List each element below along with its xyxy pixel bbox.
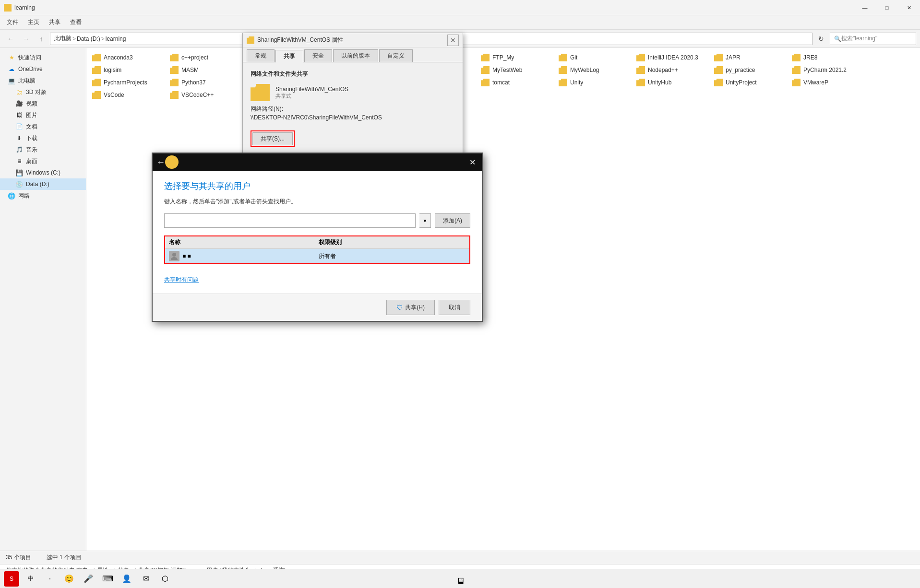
list-item[interactable]: PycharmProjects (90, 77, 167, 88)
sharing-dropdown-button[interactable]: ▼ (419, 213, 431, 228)
pc-icon: 💻 (8, 77, 15, 84)
list-item[interactable]: tomcat (479, 77, 556, 88)
cancel-button[interactable]: 取消 (439, 300, 470, 315)
sidebar-item-download[interactable]: ⬇ 下载 (0, 132, 86, 144)
list-item[interactable]: JAPR (712, 52, 789, 63)
titlebar: learning — □ ✕ (0, 0, 920, 15)
sharing-title: 选择要与其共享的用户 (164, 180, 470, 192)
sidebar-item-picture[interactable]: 🖼 图片 (0, 109, 86, 121)
sidebar-label-quickaccess: 快速访问 (18, 54, 41, 62)
share-folder-subtitle: 共享式 (275, 93, 348, 100)
minimize-button[interactable]: — (854, 0, 876, 15)
properties-dialog-titlebar: SharingFileWithVM_CentOS 属性 ✕ (243, 33, 463, 47)
sidebar-item-onedrive[interactable]: ☁ OneDrive (0, 63, 86, 75)
list-item[interactable]: PyCharm 2021.2 (790, 64, 867, 76)
list-item[interactable]: Nodepad++ (634, 64, 711, 76)
tab-custom[interactable]: 自定义 (379, 49, 413, 62)
taskbar-item-face[interactable]: 😊 (61, 571, 77, 587)
properties-close-button[interactable]: ✕ (447, 35, 459, 46)
tab-share[interactable]: 共享 (275, 50, 303, 62)
path-part-2: Data (D:) (77, 35, 100, 42)
taskbar-item-dot1[interactable]: · (42, 571, 58, 587)
taskbar-item-user[interactable]: 👤 (119, 571, 134, 587)
sharing-nav-icon (165, 155, 179, 169)
taskbar-item-mail[interactable]: ✉ (138, 571, 154, 587)
col-name-header: 名称 (165, 236, 315, 249)
share-folder-name: SharingFileWithVM_CentOS (275, 86, 348, 93)
sidebar-label-docs: 文档 (26, 123, 37, 131)
up-button[interactable]: ↑ (35, 32, 48, 46)
list-item[interactable]: py_practice (712, 64, 789, 76)
sidebar-item-quickaccess[interactable]: ★ 快速访问 (0, 52, 86, 63)
share-action-label: 共享(H) (405, 304, 425, 312)
list-item[interactable]: IntelliJ IDEA 2020.3 (634, 52, 711, 63)
properties-dialog-title: SharingFileWithVM_CentOS 属性 (257, 36, 447, 44)
sharing-dialog-body: 选择要与其共享的用户 键入名称，然后单击"添加",或者单击箭头查找用户。 ▼ 添… (153, 171, 482, 294)
sidebar-item-winc[interactable]: 💾 Windows (C:) (0, 167, 86, 178)
sidebar-item-desktop[interactable]: 🖥 桌面 (0, 155, 86, 167)
sidebar-label-download: 下载 (26, 134, 37, 142)
list-item[interactable]: logisim (90, 64, 167, 76)
sharing-back-button[interactable]: ← (156, 157, 165, 167)
table-row[interactable]: ■ ■ 所有者 (165, 249, 470, 264)
list-item[interactable]: UnityHub (634, 77, 711, 88)
share-action-button[interactable]: 🛡 共享(H) (386, 300, 435, 315)
share-s-button[interactable]: 共享(S)... (252, 132, 293, 145)
sidebar-label-thispc: 此电脑 (18, 77, 36, 85)
taskbar-item-chinese[interactable]: 中 (23, 571, 38, 587)
taskbar-item-sougou[interactable]: S (4, 571, 19, 587)
sidebar-item-network[interactable]: 🌐 网络 (0, 190, 86, 201)
tab-security[interactable]: 安全 (304, 49, 332, 62)
sidebar-label-network: 网络 (18, 192, 30, 200)
back-button[interactable]: ← (4, 32, 17, 46)
shield-icon: 🛡 (396, 304, 403, 311)
list-item[interactable]: MyWebLog (557, 64, 633, 76)
list-item[interactable]: JRE8 (790, 52, 867, 63)
taskbar-item-hex[interactable]: ⬡ (157, 571, 173, 587)
menu-file[interactable]: 文件 (2, 16, 23, 28)
list-item[interactable]: Anaconda3 (90, 52, 167, 63)
list-item[interactable]: FTP_My (479, 52, 556, 63)
forward-button[interactable]: → (19, 32, 33, 46)
sidebar-item-music[interactable]: 🎵 音乐 (0, 144, 86, 155)
sidebar-item-video[interactable]: 🎥 视频 (0, 98, 86, 109)
sidebar-item-thispc[interactable]: 💻 此电脑 (0, 75, 86, 86)
sidebar-item-datad[interactable]: 💿 Data (D:) (0, 178, 86, 190)
menu-view[interactable]: 查看 (65, 16, 86, 28)
sharing-help-link[interactable]: 共享时有问题 (164, 276, 199, 284)
list-item[interactable]: Python37 (168, 77, 245, 88)
taskbar-item-mic[interactable]: 🎤 (81, 571, 96, 587)
taskbar-monitor-icon: 🖥 (456, 576, 465, 586)
path-part-1: 此电脑 (54, 35, 72, 43)
properties-dialog: SharingFileWithVM_CentOS 属性 ✕ 常规 共享 安全 以… (242, 33, 463, 155)
menu-home[interactable]: 主页 (23, 16, 44, 28)
sharing-name-input[interactable] (164, 213, 416, 228)
taskbar-item-keyboard[interactable]: ⌨ (100, 571, 115, 587)
list-item[interactable]: MyTestWeb (479, 64, 556, 76)
window-close-button[interactable]: ✕ (898, 0, 920, 15)
search-box[interactable]: 🔍 搜索"learning" (830, 33, 916, 45)
list-item[interactable]: c++project (168, 52, 245, 63)
maximize-button[interactable]: □ (876, 0, 898, 15)
desktop-icon: 🖥 (15, 157, 23, 165)
path-label: 网络路径(N): (251, 105, 455, 113)
list-item[interactable]: Git (557, 52, 633, 63)
list-item[interactable]: UnityProject (712, 77, 789, 88)
refresh-button[interactable]: ↻ (814, 32, 828, 46)
tab-general[interactable]: 常规 (247, 49, 275, 62)
menu-share[interactable]: 共享 (44, 16, 65, 28)
tab-previous[interactable]: 以前的版本 (333, 49, 378, 62)
sidebar-item-3d[interactable]: 🗂 3D 对象 (0, 86, 86, 98)
list-item[interactable]: Unity (557, 77, 633, 88)
add-user-button[interactable]: 添加(A) (435, 213, 470, 228)
statusbar: 35 个项目 选中 1 个项目 (0, 551, 920, 564)
list-item[interactable]: VMwareP (790, 77, 867, 88)
sidebar-item-docs[interactable]: 📄 文档 (0, 121, 86, 132)
share-btn-highlight-box: 共享(S)... (251, 130, 295, 147)
list-item[interactable]: VsCode (90, 89, 167, 101)
path-part-3: learning (106, 35, 126, 42)
list-item[interactable]: VSCodeC++ (168, 89, 245, 101)
sharing-close-button[interactable]: ✕ (466, 156, 478, 168)
share-info-text-block: SharingFileWithVM_CentOS 共享式 (275, 86, 348, 100)
list-item[interactable]: MASM (168, 64, 245, 76)
